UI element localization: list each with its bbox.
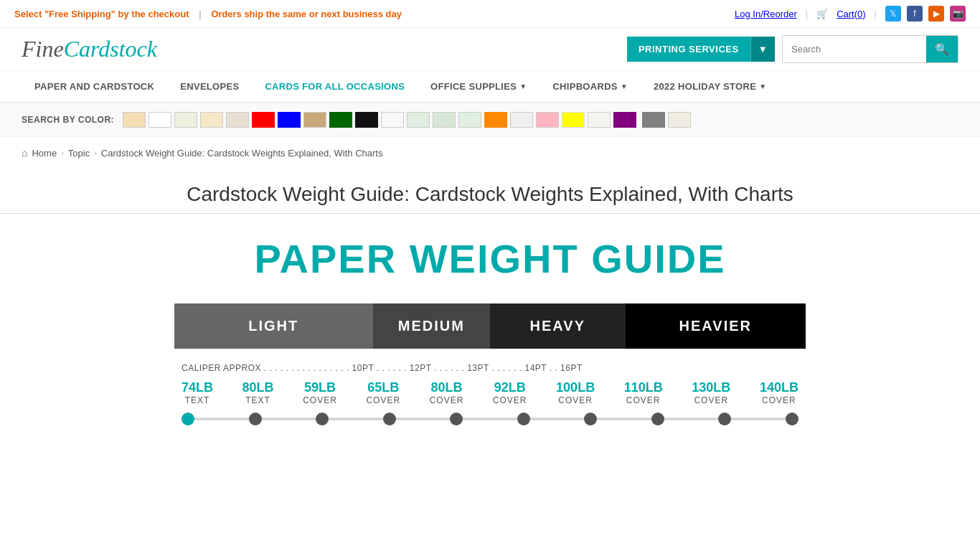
top-banner: Select "Free Shipping" by the checkout |… <box>0 0 980 28</box>
color-swatch-white[interactable] <box>149 112 171 128</box>
nav-cards-occasions[interactable]: CARDS FOR ALL OCCASIONS <box>252 71 418 102</box>
lb-item-74: 74LB TEXT <box>182 380 213 405</box>
printing-services-button[interactable]: PRINTING SERVICES ▼ <box>627 37 775 62</box>
nav-office-supplies[interactable]: OFFICE SUPPLIES ▼ <box>418 71 540 102</box>
lb-item-80t: 80LB TEXT <box>242 380 274 405</box>
color-swatch-blue[interactable] <box>278 112 301 128</box>
dot-1 <box>249 413 262 425</box>
pwg-title: PAPER WEIGHT GUIDE <box>81 235 899 282</box>
lb-item-110: 110LB COVER <box>624 380 663 405</box>
page-title: Cardstock Weight Guide: Cardstock Weight… <box>22 183 958 206</box>
color-bar-label: SEARCH BY COLOR: <box>22 115 114 125</box>
banner-separator: | <box>199 9 201 19</box>
lb-item-92: 92LB COVER <box>493 380 527 405</box>
login-reorder-link[interactable]: Log In/Reorder <box>735 9 797 19</box>
lb-item-100: 100LB COVER <box>556 380 595 405</box>
color-swatch-off-white[interactable] <box>588 112 611 128</box>
breadcrumb-topic[interactable]: Topic <box>68 148 90 159</box>
facebook-icon[interactable]: f <box>907 6 923 22</box>
weight-segment-medium: MEDIUM <box>373 303 490 349</box>
lb-item-65: 65LB COVER <box>366 380 400 405</box>
banner-left: Select "Free Shipping" by the checkout |… <box>14 9 402 19</box>
breadcrumb: ⌂ Home › Topic › Cardstock Weight Guide:… <box>0 137 980 169</box>
dot-3 <box>383 413 396 425</box>
social-icons: 𝕏 f ▶ 📷 <box>885 6 966 22</box>
color-swatch-pink[interactable] <box>536 112 559 128</box>
color-swatch-red[interactable] <box>252 112 275 128</box>
nav-chipboards[interactable]: CHIPBOARDS ▼ <box>540 71 641 102</box>
dot-row <box>174 413 806 425</box>
color-swatch-orange[interactable] <box>484 112 507 128</box>
weight-segment-light: LIGHT <box>174 303 373 349</box>
search-container: 🔍 <box>782 35 958 63</box>
color-swatch-linen[interactable] <box>668 112 691 128</box>
breadcrumb-sep2: › <box>94 149 97 157</box>
main-content: PAPER WEIGHT GUIDE LIGHT MEDIUM HEAVY HE… <box>60 214 920 447</box>
chipboards-caret: ▼ <box>621 83 628 90</box>
color-swatch-green[interactable] <box>329 112 352 128</box>
ship-same-day-text: Orders ship the same or next business da… <box>211 9 402 19</box>
weight-segment-heavier: HEAVIER <box>626 303 806 349</box>
color-swatch-silver[interactable] <box>510 112 533 128</box>
dot-4 <box>450 413 463 425</box>
color-swatch-purple[interactable] <box>613 112 636 128</box>
lb-item-130: 130LB COVER <box>692 380 730 405</box>
nav-paper-cardstock[interactable]: PAPER AND CARDSTOCK <box>22 71 167 102</box>
color-swatch-lt-green[interactable] <box>407 112 430 128</box>
header: FineCardstock PRINTING SERVICES ▼ 🔍 <box>0 28 980 71</box>
paper-weight-guide: PAPER WEIGHT GUIDE LIGHT MEDIUM HEAVY HE… <box>81 235 899 425</box>
dot-2 <box>316 413 329 425</box>
weight-bar: LIGHT MEDIUM HEAVY HEAVIER <box>174 303 806 349</box>
banner-right: Log In/Reorder | 🛒 Cart(0) | 𝕏 f ▶ 📷 <box>735 6 966 22</box>
logo[interactable]: FineCardstock <box>22 36 157 62</box>
color-swatch-black[interactable] <box>355 112 378 128</box>
printing-services-label: PRINTING SERVICES <box>627 37 750 62</box>
lb-item-80c: 80LB COVER <box>430 380 464 405</box>
printing-services-arrow[interactable]: ▼ <box>750 37 775 62</box>
lb-item-140: 140LB COVER <box>760 380 798 405</box>
logo-cardstock: Cardstock <box>64 36 157 62</box>
lb-row: 74LB TEXT 80LB TEXT 59LB COVER 65LB COVE… <box>174 380 806 405</box>
main-nav: PAPER AND CARDSTOCK ENVELOPES CARDS FOR … <box>0 71 980 103</box>
caliper-row: CALIPER APPROX . . . . . . . . . . . . .… <box>174 363 806 373</box>
dot-7 <box>651 413 664 425</box>
weight-segment-heavy: HEAVY <box>490 303 626 349</box>
color-swatch-wheat[interactable] <box>123 112 146 128</box>
breadcrumb-home[interactable]: Home <box>32 148 57 159</box>
color-search-bar: SEARCH BY COLOR: <box>0 103 980 137</box>
dot-0 <box>182 413 194 425</box>
holiday-caret: ▼ <box>759 83 766 90</box>
nav-envelopes[interactable]: ENVELOPES <box>167 71 252 102</box>
breadcrumb-sep1: › <box>61 149 64 157</box>
search-button[interactable]: 🔍 <box>926 36 958 62</box>
office-supplies-caret: ▼ <box>519 83 527 90</box>
header-right: PRINTING SERVICES ▼ 🔍 <box>627 35 958 63</box>
logo-fine: Fine <box>22 36 64 62</box>
twitter-icon[interactable]: 𝕏 <box>885 6 901 22</box>
breadcrumb-current: Cardstock Weight Guide: Cardstock Weight… <box>101 148 383 159</box>
cart-icon: 🛒 <box>816 9 828 19</box>
lb-item-59: 59LB COVER <box>303 380 337 405</box>
color-swatch-gray[interactable] <box>642 112 665 128</box>
color-swatch-ivory[interactable] <box>174 112 197 128</box>
dot-6 <box>584 413 597 425</box>
cart-link[interactable]: Cart(0) <box>837 9 865 19</box>
color-swatch-natural[interactable] <box>226 112 249 128</box>
instagram-icon[interactable]: 📷 <box>950 6 966 22</box>
color-swatch-tan[interactable] <box>303 112 326 128</box>
youtube-icon[interactable]: ▶ <box>928 6 944 22</box>
color-row2 <box>639 112 691 128</box>
color-swatch-yellow[interactable] <box>562 112 585 128</box>
color-swatch-lt-gray[interactable] <box>381 112 404 128</box>
color-swatch-mint[interactable] <box>433 112 456 128</box>
page-title-section: Cardstock Weight Guide: Cardstock Weight… <box>0 169 980 214</box>
color-swatch-cream[interactable] <box>200 112 223 128</box>
dot-9 <box>786 413 798 425</box>
free-shipping-text: Select "Free Shipping" by the checkout <box>14 9 189 19</box>
nav-holiday-store[interactable]: 2022 HOLIDAY STORE ▼ <box>641 71 779 102</box>
color-swatch-pale-green[interactable] <box>458 112 481 128</box>
dot-8 <box>718 413 731 425</box>
home-icon: ⌂ <box>22 147 27 159</box>
search-input[interactable] <box>783 37 926 61</box>
dot-5 <box>517 413 530 425</box>
